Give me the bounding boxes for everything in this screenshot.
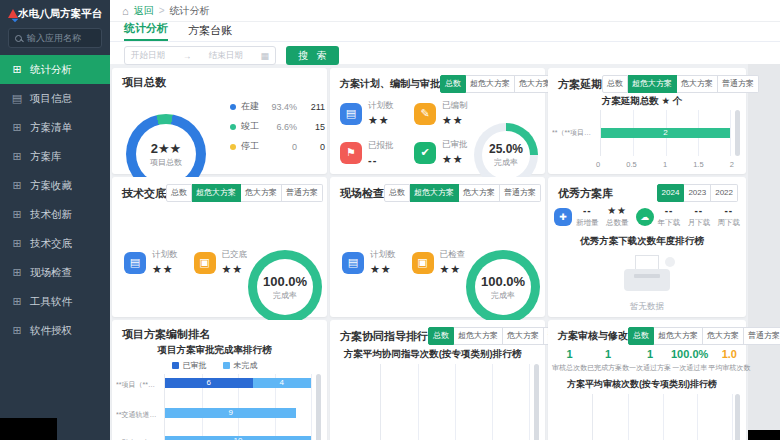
sidebar-item-tech-disclosure[interactable]: ⊞技术交底 <box>0 229 110 258</box>
year-2023-button[interactable]: 2023 <box>684 184 711 202</box>
filter-total-button[interactable]: 总数 <box>384 184 410 202</box>
stat-week-downloads: --周下载 <box>718 205 741 228</box>
card-collab-ranking: 方案协同指导排行 总数 超危大方案 危大方案 普通方案 方案平均协同指导次数(按… <box>330 320 545 440</box>
edit-icon: ✎ <box>414 103 436 125</box>
sidebar-item-plan-favorites[interactable]: ⊞方案收藏 <box>0 171 110 200</box>
filter-total-button[interactable]: 总数 <box>628 327 654 345</box>
tab-section: 统计分析 方案台账 开始日期 → 结束日期 ▦ 搜 索 <box>110 22 780 64</box>
sidebar-item-label: 工具软件 <box>30 295 72 309</box>
card-plan-delay: 方案延期 总数 超危大方案 危大方案 普通方案 方案延期总数 ★ 个 **（**… <box>548 68 746 174</box>
legend-text: 已审批 <box>183 360 207 371</box>
sidebar-item-project-info[interactable]: ▤项目信息 <box>0 84 110 113</box>
stat-label: 已交底 <box>222 249 248 261</box>
gridline <box>663 394 664 440</box>
year-2024-button[interactable]: 2024 <box>657 184 685 202</box>
filter-button-group: 总数 超危大方案 危大方案 普通方案 <box>166 184 323 202</box>
y-axis-label: **项目（**项目部... <box>116 380 160 390</box>
card-title: 方案延期 <box>558 77 602 92</box>
chart-scrollbar[interactable] <box>316 374 321 440</box>
card-plan-process: 方案计划、编制与审批 总数 超危大方案 危大方案 普通方案 ▤计划数★★ ✎已编… <box>330 68 545 174</box>
sidebar-item-plan-library[interactable]: ⊞方案库 <box>0 142 110 171</box>
stat-review-total: 1审核总次数 <box>552 348 587 373</box>
stat-label: 已编制 <box>442 100 468 112</box>
tab-bar: 统计分析 方案台账 <box>110 22 780 42</box>
filter-total-button[interactable]: 总数 <box>602 75 628 93</box>
stat-value: ★★ <box>607 205 627 216</box>
filter-super-danger-button[interactable]: 超危大方案 <box>654 327 703 345</box>
home-icon[interactable]: ⌂ <box>122 5 129 17</box>
sidebar-item-software-license[interactable]: ⊞软件授权 <box>0 316 110 345</box>
filter-danger-button[interactable]: 危大方案 <box>503 327 544 345</box>
stat-label: 已检查 <box>440 249 466 261</box>
sidebar-item-statistics[interactable]: ⊞统计分析 <box>0 55 110 84</box>
filter-danger-button[interactable]: 危大方案 <box>459 184 500 202</box>
donut-legend: 在建93.4%211 竣工6.6%15 停工00 <box>230 100 325 160</box>
printer-slot-shape <box>634 274 660 278</box>
page-scroll-gutter[interactable] <box>748 64 780 440</box>
tab-plan-ledger[interactable]: 方案台账 <box>188 23 232 41</box>
gridline <box>529 364 530 440</box>
filter-super-danger-button[interactable]: 超危大方案 <box>410 184 459 202</box>
check-icon: ✔ <box>414 142 436 164</box>
sidebar-item-site-inspection[interactable]: ⊞现场检查 <box>0 258 110 287</box>
filter-danger-button[interactable]: 危大方案 <box>677 75 718 93</box>
filter-danger-button[interactable]: 危大方案 <box>703 327 744 345</box>
approval-ranking-bar-chart: 6 4 9 10 <box>164 374 311 440</box>
stat-value: -- <box>665 205 674 216</box>
chart-title: 方案平均审核次数(按专项类别)排行榜 <box>548 378 736 391</box>
sidebar-item-label: 技术交底 <box>30 237 72 251</box>
legend-percent: 6.6% <box>265 122 297 132</box>
tab-statistics[interactable]: 统计分析 <box>124 21 168 41</box>
breadcrumb-back-link[interactable]: 返回 <box>134 4 154 18</box>
filter-normal-button[interactable]: 普通方案 <box>282 184 323 202</box>
stat-value: -- <box>368 154 394 166</box>
stat-value: ★★ <box>222 263 248 276</box>
x-tick: 1.5 <box>693 160 703 169</box>
review-bar-chart: 1 <box>592 394 732 440</box>
gridline <box>730 110 731 156</box>
chart-scrollbar[interactable] <box>735 110 740 156</box>
sidebar-item-tech-innovation[interactable]: ⊞技术创新 <box>0 200 110 229</box>
stat-inspected: ▣已检查★★ <box>412 249 466 276</box>
year-2022-button[interactable]: 2022 <box>711 184 738 202</box>
stat-label: 已完成方案数 <box>587 363 629 373</box>
filter-super-danger-button[interactable]: 超危大方案 <box>192 184 241 202</box>
sidebar-item-tools[interactable]: ⊞工具软件 <box>0 287 110 316</box>
chart-scrollbar[interactable] <box>735 394 740 440</box>
gridline <box>492 364 493 440</box>
card-compile-ranking: 项目方案编制排名 项目方案审批完成率排行榜 已审批 未完成 **项目（**项目部… <box>112 320 327 440</box>
plus-icon: ✚ <box>554 208 572 226</box>
legend-percent: 93.4% <box>265 102 297 112</box>
stat-plan-count: ▤计划数★★ <box>340 100 412 127</box>
search-button[interactable]: 搜 索 <box>286 46 339 65</box>
sidebar-search-input[interactable]: 输入应用名称 <box>8 28 102 48</box>
filter-danger-button[interactable]: 危大方案 <box>241 184 282 202</box>
grid-icon: ⊞ <box>11 295 23 308</box>
filter-super-danger-button[interactable]: 超危大方案 <box>454 327 503 345</box>
book-icon: ▣ <box>412 252 434 274</box>
filter-normal-button[interactable]: 普通方案 <box>500 184 541 202</box>
grid-icon: ⊞ <box>11 208 23 221</box>
brand: 水电八局方案平台 <box>0 0 110 25</box>
date-range-input[interactable]: 开始日期 → 结束日期 ▦ <box>124 46 276 65</box>
start-date-placeholder: 开始日期 <box>131 50 165 62</box>
chart-scrollbar[interactable] <box>534 364 539 440</box>
donut-center-value: 2★★ <box>151 141 182 156</box>
filter-total-button[interactable]: 总数 <box>428 327 454 345</box>
legend-name: 在建 <box>241 100 265 113</box>
filter-normal-button[interactable]: 普通方案 <box>718 75 759 93</box>
breadcrumb-current: 统计分析 <box>170 4 210 18</box>
filter-super-danger-button[interactable]: 超危大方案 <box>628 75 677 93</box>
stat-plan-count: ▤计划数★★ <box>124 249 178 276</box>
filter-total-button[interactable]: 总数 <box>166 184 192 202</box>
filter-total-button[interactable]: 总数 <box>440 75 466 93</box>
plan-process-stats: ▤计划数★★ ✎已编制★★ ⚑已报批-- ✔已审批★★ <box>340 100 486 166</box>
filter-button-group: 总数 超危大方案 危大方案 普通方案 <box>384 184 541 202</box>
sidebar-item-label: 现场检查 <box>30 266 72 280</box>
filter-super-danger-button[interactable]: 超危大方案 <box>466 75 515 93</box>
range-arrow: → <box>183 51 192 61</box>
sidebar-item-plan-list[interactable]: ⊞方案清单 <box>0 113 110 142</box>
filter-normal-button[interactable]: 普通方案 <box>744 327 780 345</box>
legend-swatch <box>223 362 230 369</box>
gauge-value: 100.0% <box>481 274 525 289</box>
